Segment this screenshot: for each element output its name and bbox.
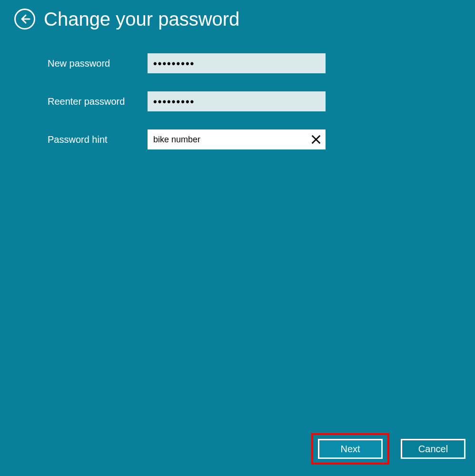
page-title: Change your password — [44, 10, 239, 29]
header: Change your password — [0, 0, 475, 34]
back-button[interactable] — [14, 9, 35, 30]
reenter-password-input-wrap — [148, 91, 326, 111]
password-hint-row: Password hint — [48, 129, 475, 149]
next-button[interactable]: Next — [318, 439, 383, 459]
next-button-highlight: Next — [311, 433, 389, 465]
form-area: New password Reenter password Password h… — [0, 34, 475, 149]
password-hint-input[interactable] — [148, 129, 326, 149]
close-icon — [311, 134, 321, 145]
reenter-password-row: Reenter password — [48, 91, 475, 111]
footer: Next Cancel — [311, 433, 465, 465]
password-hint-input-wrap — [148, 129, 326, 149]
cancel-button[interactable]: Cancel — [401, 439, 465, 459]
reenter-password-label: Reenter password — [48, 96, 148, 107]
back-arrow-icon — [19, 13, 30, 25]
new-password-input[interactable] — [148, 53, 326, 73]
password-hint-label: Password hint — [48, 134, 148, 145]
reenter-password-input[interactable] — [148, 91, 326, 111]
new-password-input-wrap — [148, 53, 326, 73]
new-password-label: New password — [48, 58, 148, 69]
clear-hint-button[interactable] — [308, 132, 324, 147]
new-password-row: New password — [48, 53, 475, 73]
